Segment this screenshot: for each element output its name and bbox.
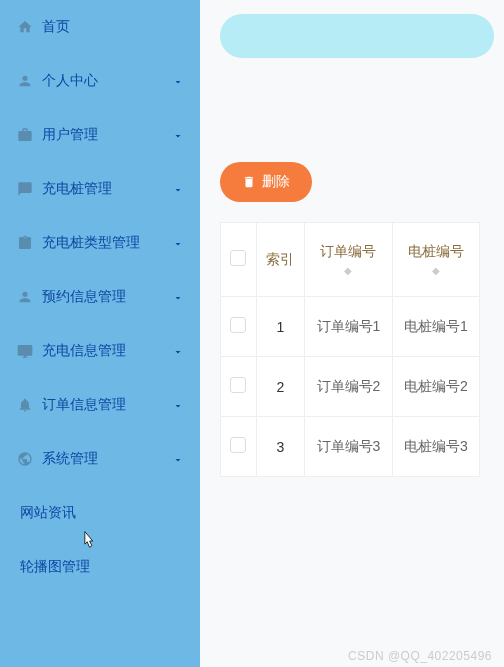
- sidebar: 首页 个人中心 用户管理 充电桩管理 充电桩类型管理 预约信息管理: [0, 0, 200, 667]
- sidebar-item-personal[interactable]: 个人中心: [0, 54, 200, 108]
- sidebar-submenu-label: 轮播图管理: [20, 558, 184, 576]
- sidebar-item-order-mgmt[interactable]: 订单信息管理: [0, 378, 200, 432]
- table-row: 2 订单编号2 电桩编号2: [221, 357, 480, 417]
- sidebar-item-label: 充电信息管理: [42, 342, 172, 360]
- sidebar-item-label: 充电桩管理: [42, 180, 172, 198]
- sort-icon: ◆: [313, 265, 383, 276]
- user-icon: [16, 288, 34, 306]
- sidebar-item-system-mgmt[interactable]: 系统管理: [0, 432, 200, 486]
- sidebar-submenu-label: 网站资讯: [20, 504, 184, 522]
- row-checkbox[interactable]: [230, 377, 246, 393]
- bell-icon: [16, 396, 34, 414]
- monitor-icon: [16, 342, 34, 360]
- watermark: CSDN @QQ_402205496: [348, 649, 492, 663]
- trash-icon: [242, 175, 256, 189]
- sidebar-item-user-mgmt[interactable]: 用户管理: [0, 108, 200, 162]
- cell-orderno: 订单编号2: [305, 357, 392, 417]
- chevron-down-icon: [172, 183, 184, 195]
- cell-index: 3: [256, 417, 305, 477]
- chevron-down-icon: [172, 291, 184, 303]
- chevron-down-icon: [172, 399, 184, 411]
- column-header-pileno[interactable]: 电桩编号◆: [392, 223, 479, 297]
- column-header-index[interactable]: 索引: [256, 223, 305, 297]
- sort-icon: ◆: [401, 265, 471, 276]
- sidebar-item-pile-mgmt[interactable]: 充电桩管理: [0, 162, 200, 216]
- sidebar-item-label: 个人中心: [42, 72, 172, 90]
- column-header-orderno[interactable]: 订单编号◆: [305, 223, 392, 297]
- message-icon: [16, 180, 34, 198]
- chevron-down-icon: [172, 237, 184, 249]
- table-row: 1 订单编号1 电桩编号1: [221, 297, 480, 357]
- briefcase-icon: [16, 126, 34, 144]
- sidebar-submenu-site-info[interactable]: 网站资讯: [0, 486, 200, 540]
- cell-index: 2: [256, 357, 305, 417]
- cell-pileno: 电桩编号2: [392, 357, 479, 417]
- sidebar-item-label: 用户管理: [42, 126, 172, 144]
- top-bar: [220, 14, 494, 58]
- cell-orderno: 订单编号3: [305, 417, 392, 477]
- sidebar-item-home[interactable]: 首页: [0, 0, 200, 54]
- sidebar-item-label: 系统管理: [42, 450, 172, 468]
- globe-icon: [16, 450, 34, 468]
- row-checkbox[interactable]: [230, 437, 246, 453]
- column-header-checkbox: [221, 223, 257, 297]
- delete-button[interactable]: 删除: [220, 162, 312, 202]
- user-icon: [16, 72, 34, 90]
- chevron-down-icon: [172, 75, 184, 87]
- sidebar-item-booking-mgmt[interactable]: 预约信息管理: [0, 270, 200, 324]
- sidebar-item-label: 充电桩类型管理: [42, 234, 172, 252]
- sidebar-submenu-carousel[interactable]: 轮播图管理: [0, 540, 200, 594]
- chevron-down-icon: [172, 453, 184, 465]
- cell-orderno: 订单编号1: [305, 297, 392, 357]
- data-table: 索引 订单编号◆ 电桩编号◆ 1 订单编号1 电桩编号1 2 订单编号2 电桩编…: [220, 222, 480, 477]
- cell-pileno: 电桩编号1: [392, 297, 479, 357]
- cell-pileno: 电桩编号3: [392, 417, 479, 477]
- sidebar-item-charge-info-mgmt[interactable]: 充电信息管理: [0, 324, 200, 378]
- chevron-down-icon: [172, 345, 184, 357]
- sidebar-item-label: 首页: [42, 18, 184, 36]
- delete-button-label: 删除: [262, 173, 290, 191]
- select-all-checkbox[interactable]: [230, 250, 246, 266]
- cell-index: 1: [256, 297, 305, 357]
- sidebar-item-label: 订单信息管理: [42, 396, 172, 414]
- sidebar-item-pile-type-mgmt[interactable]: 充电桩类型管理: [0, 216, 200, 270]
- home-icon: [16, 18, 34, 36]
- chevron-down-icon: [172, 129, 184, 141]
- table-row: 3 订单编号3 电桩编号3: [221, 417, 480, 477]
- row-checkbox[interactable]: [230, 317, 246, 333]
- main-content: 删除 索引 订单编号◆ 电桩编号◆ 1 订单编号1 电桩编号1: [200, 0, 504, 667]
- clipboard-icon: [16, 234, 34, 252]
- sidebar-item-label: 预约信息管理: [42, 288, 172, 306]
